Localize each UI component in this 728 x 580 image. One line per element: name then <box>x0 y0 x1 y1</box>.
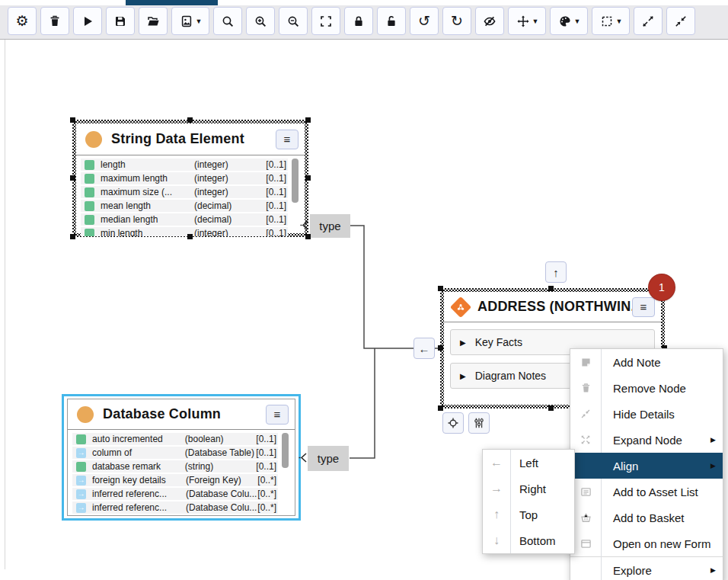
hide-button[interactable] <box>475 7 504 35</box>
chevron-down-icon: ▼ <box>616 18 623 25</box>
selection-handle[interactable] <box>305 117 311 123</box>
selection-handle[interactable] <box>70 175 75 181</box>
attribute-row[interactable]: mean length(decimal)[0..1] <box>81 200 288 212</box>
selection-handle[interactable] <box>438 405 443 411</box>
attribute-row[interactable]: →inferred referenc...(Database Colu...[0… <box>72 488 278 500</box>
menu-item-expand-node[interactable]: Expand Node ▶ <box>570 427 723 453</box>
arrow-right-icon: → <box>483 482 510 495</box>
play-icon <box>80 14 95 29</box>
appearance-button[interactable]: ▼ <box>550 7 588 35</box>
attribute-row[interactable]: maximum length(integer)[0..1] <box>81 172 288 184</box>
attribute-icon <box>85 174 94 184</box>
node-menu-button[interactable]: ≡ <box>266 405 289 425</box>
search-button[interactable] <box>213 7 242 35</box>
submenu-arrow-icon: ▶ <box>710 566 723 574</box>
align-top-quick-button[interactable]: ↑ <box>545 261 567 283</box>
move-mode-button[interactable]: ▼ <box>508 7 546 35</box>
align-submenu: ← Left → Right ↑ Top ↓ Bottom <box>482 449 575 554</box>
center-node-button[interactable] <box>442 412 464 434</box>
undo-button[interactable]: ↺ <box>410 7 439 35</box>
submenu-item-top[interactable]: ↑ Top <box>483 501 574 527</box>
arrow-left-icon: ← <box>483 456 510 469</box>
select-mode-button[interactable]: ▼ <box>592 7 630 35</box>
diagram-canvas[interactable]: String Data Element ≡ length(integer)[0.… <box>0 40 728 580</box>
arrow-left-icon: ← <box>419 342 430 355</box>
attribute-row[interactable]: auto incremented(boolean)[0..1] <box>72 433 278 445</box>
expand-all-button[interactable] <box>634 7 663 35</box>
attribute-list: auto incremented(boolean)[0..1] →column … <box>68 430 295 515</box>
fullscreen-icon <box>318 14 334 29</box>
node-database-column[interactable]: Database Column ≡ auto incremented(boole… <box>67 399 295 516</box>
align-left-quick-button[interactable]: ← <box>413 338 435 359</box>
selection-handle[interactable] <box>70 117 75 123</box>
submenu-arrow-icon: ▶ <box>710 462 723 469</box>
node-header[interactable]: String Data Element ≡ <box>76 123 305 155</box>
arrow-up-icon: ↑ <box>553 266 559 279</box>
lock-button[interactable] <box>344 7 373 35</box>
asset-list-icon <box>570 485 601 498</box>
relation-icon: → <box>76 489 86 499</box>
relation-icon: → <box>76 476 86 485</box>
menu-item-add-to-asset-list[interactable]: Add to Asset List <box>570 479 723 505</box>
node-menu-button[interactable]: ≡ <box>276 130 299 149</box>
submenu-item-right[interactable]: → Right <box>483 476 574 501</box>
concept-type-icon <box>77 406 94 423</box>
relation-icon: → <box>76 503 86 513</box>
filter-node-button[interactable] <box>468 412 490 434</box>
edge-label-type[interactable]: type <box>308 446 349 471</box>
expand-triangle-icon: ▶ <box>460 338 466 347</box>
fit-view-button[interactable] <box>311 7 340 35</box>
collapse-all-button[interactable] <box>666 7 695 35</box>
attribute-row[interactable]: median length(decimal)[0..1] <box>81 213 288 226</box>
menu-item-hide-details[interactable]: Hide Details <box>570 401 723 427</box>
menu-item-add-to-basket[interactable]: Add to Basket <box>570 505 723 530</box>
edge-label-type[interactable]: type <box>310 214 350 238</box>
save-button[interactable] <box>106 7 135 35</box>
selection-handle[interactable] <box>70 234 75 239</box>
attribute-row[interactable]: →column of(Database Table)[0..1] <box>72 447 278 459</box>
attribute-row[interactable]: min length(integer)[0..1] <box>81 227 288 236</box>
node-scrollbar[interactable] <box>292 159 299 203</box>
zoom-out-button[interactable] <box>279 7 308 35</box>
attribute-row[interactable]: →inferred referenc...(Database Colu...[0… <box>72 501 278 514</box>
menu-divider <box>510 450 511 553</box>
unlock-button[interactable] <box>377 7 406 35</box>
menu-item-align[interactable]: Align ▶ <box>570 453 723 479</box>
zoom-in-button[interactable] <box>246 7 275 35</box>
selection-handle[interactable] <box>187 117 193 123</box>
gear-icon: ⚙ <box>15 14 28 28</box>
node-header[interactable]: Database Column ≡ <box>68 399 295 430</box>
node-menu-button[interactable]: ≡ <box>632 297 655 317</box>
selection-handle[interactable] <box>438 345 443 351</box>
selection-handle[interactable] <box>305 234 311 239</box>
diagram-app: ⚙ ▼ <box>0 0 728 580</box>
submenu-item-left[interactable]: ← Left <box>483 450 574 476</box>
submenu-item-bottom[interactable]: ↓ Bottom <box>483 527 574 553</box>
attribute-row[interactable]: length(integer)[0..1] <box>81 159 288 171</box>
menu-item-explore[interactable]: Explore ▶ <box>570 557 723 580</box>
selection-handle[interactable] <box>438 286 443 291</box>
settings-button[interactable]: ⚙ <box>8 7 37 35</box>
attribute-row[interactable]: →foreign key details(Foreign Key)[0..*] <box>72 474 278 486</box>
menu-item-open-on-new-form[interactable]: Open on new Form <box>570 530 723 556</box>
node-title: String Data Element <box>111 131 276 147</box>
entity-icon <box>450 296 471 317</box>
node-scrollbar[interactable] <box>282 433 289 468</box>
run-button[interactable] <box>73 7 102 35</box>
selection-handle[interactable] <box>305 175 311 181</box>
node-string-data-element[interactable]: String Data Element ≡ length(integer)[0.… <box>72 120 308 237</box>
open-button[interactable] <box>139 7 168 35</box>
menu-item-remove-node[interactable]: Remove Node <box>570 375 723 401</box>
node-header[interactable]: ADDRESS (NORTHWIN... ≡ <box>444 292 661 322</box>
attribute-row[interactable]: maximum size (...(integer)[0..1] <box>81 186 288 198</box>
selection-handle[interactable] <box>548 286 554 291</box>
delete-button[interactable] <box>40 7 69 35</box>
redo-button[interactable]: ↻ <box>442 7 471 35</box>
attribute-icon <box>85 229 94 237</box>
attribute-row[interactable]: database remark(string)[0..1] <box>72 460 278 473</box>
menu-item-add-note[interactable]: Add Note <box>570 349 723 375</box>
export-image-button[interactable]: ▼ <box>171 7 209 35</box>
expand-triangle-icon: ▶ <box>460 372 466 380</box>
selection-handle[interactable] <box>548 405 554 411</box>
selection-handle[interactable] <box>187 234 193 239</box>
